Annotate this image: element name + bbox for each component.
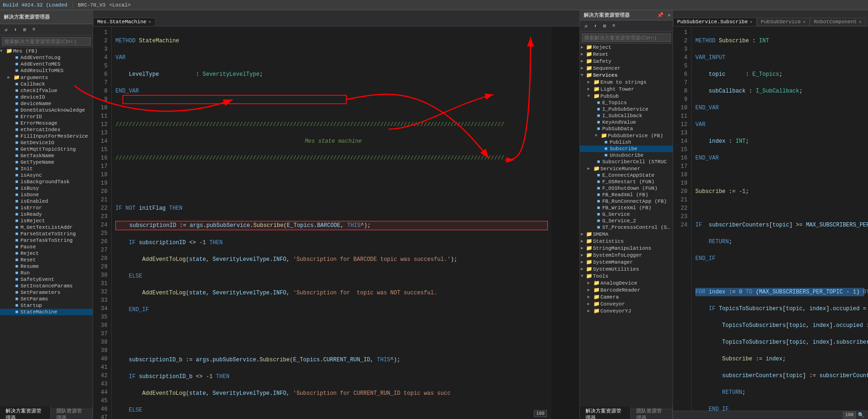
list-item[interactable]: ■AddEventToMES	[0, 61, 93, 67]
list-item[interactable]: ■isEnabled	[0, 198, 93, 205]
tab-pubsubservice[interactable]: PubSubService ✕	[757, 18, 810, 26]
tree-item-light-tower[interactable]: ▶📁Light Tower	[580, 86, 673, 93]
list-item[interactable]: ■ParseTaskToString	[0, 237, 93, 244]
list-item[interactable]: ▶📁Reset	[580, 51, 673, 58]
list-item[interactable]: ▶📁SystemManager	[580, 259, 673, 266]
tree-item-pubsubservice[interactable]: ▼📁PubSubService (FB)	[580, 132, 673, 139]
tree-root[interactable]: ▼ 📁 Mes (FB)	[0, 47, 93, 54]
list-item[interactable]: ▶📁Safety	[580, 58, 673, 65]
list-item[interactable]: ▶📁Reject	[580, 44, 673, 51]
list-item[interactable]: ■F_OSRestart (FUN)	[580, 179, 673, 185]
mid-toolbar-btn-3[interactable]: ⊞	[600, 22, 609, 30]
list-item[interactable]: ■GetTaskName	[0, 153, 93, 159]
left-search-input[interactable]	[2, 37, 91, 46]
list-item[interactable]: ■Run	[0, 270, 93, 276]
list-item[interactable]: ■E_ConnectAppState	[580, 172, 673, 179]
list-item[interactable]: ■I_PubSubService	[580, 106, 673, 113]
list-item[interactable]: ■PubSubData	[580, 126, 673, 132]
list-item[interactable]: ■ParseStateToString	[0, 231, 93, 237]
close-icon[interactable]: ✕	[750, 19, 753, 25]
list-item[interactable]: ■KeyAndValue	[580, 119, 673, 126]
list-item[interactable]: ▶📁BarcodeReader	[580, 286, 673, 293]
tree-item-statistics[interactable]: ▶📁Statistics	[580, 238, 673, 245]
list-item[interactable]: ■isBusy	[0, 185, 93, 192]
solution-tab[interactable]: 解决方案资源管理器	[0, 406, 51, 419]
middle-team-tab[interactable]: 团队资源管理器	[631, 406, 673, 419]
list-item[interactable]: ■isReject	[0, 218, 93, 224]
list-item[interactable]: ■Resume	[0, 263, 93, 270]
list-item[interactable]: ■I_SubCallback	[580, 113, 673, 119]
tree-item-statemachine[interactable]: ■StateMachine	[0, 309, 93, 315]
tree-item-tools[interactable]: ▼📁Tools	[580, 273, 673, 279]
tree-item-unsubscribe[interactable]: ■Unsubscribe	[580, 152, 673, 159]
list-item[interactable]: ■Startup	[0, 302, 93, 309]
list-item[interactable]: ■FillInputForMesService	[0, 133, 93, 140]
close-icon[interactable]: ✕	[803, 19, 806, 25]
list-item[interactable]: ■ST_ProcesssControl (STRU	[580, 224, 673, 231]
list-item[interactable]: ▶📁ConveyorYJ	[580, 307, 673, 314]
list-item[interactable]: ■GetDeviceIO	[0, 140, 93, 146]
list-item[interactable]: ▶📁StringManipulations	[580, 245, 673, 252]
team-tab[interactable]: 团队资源管理器	[51, 406, 93, 419]
middle-solution-tab[interactable]: 解决方案资源管理器	[580, 406, 631, 419]
list-item[interactable]: ■SubscriberCell (STRUC	[580, 159, 673, 165]
close-icon[interactable]: ✕	[859, 19, 861, 25]
tree-item-publish[interactable]: ■Publish	[580, 139, 673, 146]
list-item[interactable]: ▶📁AnalogDevice	[580, 279, 673, 286]
list-item[interactable]: ■AddResultToMES	[0, 67, 93, 74]
list-item[interactable]: ■ErrorMessage	[0, 120, 93, 126]
main-editor-content[interactable]: 12345 678910 1112131415 1617181920 21222…	[93, 27, 579, 419]
mid-toolbar-btn-2[interactable]: ⬆	[591, 22, 599, 30]
list-item[interactable]: ■SetInstanceParams	[0, 283, 93, 289]
right-search-icon[interactable]: 🔍	[858, 412, 864, 418]
tree-item-subscribe[interactable]: ■Subscribe	[580, 146, 673, 152]
middle-search-input[interactable]	[582, 33, 671, 42]
toolbar-btn-3[interactable]: ⊞	[20, 26, 29, 34]
right-zoom[interactable]: 100	[843, 412, 856, 419]
list-item[interactable]: ■G_Service_2	[580, 218, 673, 224]
list-item[interactable]: ■Reject	[0, 250, 93, 257]
right-editor-content[interactable]: 12345 678910 1112131415 1617181920 21222…	[673, 27, 868, 411]
list-item[interactable]: ■F_OSShutdown (FUN)	[580, 185, 673, 192]
list-item[interactable]: ■FB_ReadXml (FB)	[580, 192, 673, 198]
list-item[interactable]: ▶📁ServiceRunner	[580, 165, 673, 172]
list-item[interactable]: ■ErrorID	[0, 113, 93, 120]
list-item[interactable]: ▶📁SystemInfoLogger	[580, 252, 673, 259]
list-item[interactable]: ■isDone	[0, 192, 93, 198]
main-editor-tab-statemachine[interactable]: Mes.StateMachine ✕	[93, 18, 155, 26]
list-item[interactable]: ▶📁SystemUtilities	[580, 266, 673, 273]
middle-search-bar[interactable]	[580, 32, 673, 44]
tree-item-pubsub[interactable]: ▼📁PubSub	[580, 93, 673, 100]
middle-pin-btn[interactable]: 📌	[655, 12, 666, 18]
list-item[interactable]: ■E_Topics	[580, 100, 673, 106]
list-item[interactable]: ■G_Service	[580, 211, 673, 218]
list-item[interactable]: ■FB_WriteXml (FB)	[580, 205, 673, 211]
tab-pubsubservice-subscribe[interactable]: PubSubService.Subscribe ✕	[673, 18, 757, 26]
mid-toolbar-btn-1[interactable]: ↺	[582, 22, 590, 30]
middle-close-btn[interactable]: ✕	[666, 12, 673, 18]
toolbar-btn-2[interactable]: ⬆	[11, 26, 20, 34]
list-item[interactable]: ▶📁arguments	[0, 74, 93, 81]
right-code-text[interactable]: METHOD Subscribe : INT VAR_INPUT topic :…	[692, 27, 868, 411]
list-item[interactable]: ▶📁Enum to strings	[580, 79, 673, 86]
list-item[interactable]: ■Init	[0, 166, 93, 172]
list-item[interactable]: ■SetParameters	[0, 289, 93, 296]
list-item[interactable]: ■AddEventToLog	[0, 54, 93, 61]
list-item[interactable]: ▶📁Sequencer	[580, 65, 673, 72]
left-search-bar[interactable]	[0, 35, 93, 47]
editor-zoom[interactable]: 100	[534, 410, 547, 417]
tab-robotcomponent[interactable]: RobotComponent ✕	[810, 18, 866, 26]
list-item[interactable]: ■deviceID	[0, 94, 93, 100]
list-item[interactable]: ■SetParams	[0, 296, 93, 302]
list-item[interactable]: ■GetMqttTopicString	[0, 146, 93, 153]
tree-item-services[interactable]: ▼📁Services	[580, 72, 673, 79]
list-item[interactable]: ■deviceName	[0, 100, 93, 107]
list-item[interactable]: ■Reset	[0, 257, 93, 263]
toolbar-btn-1[interactable]: ↺	[2, 26, 10, 34]
tree-item-callback[interactable]: ■Callback	[0, 81, 93, 87]
list-item[interactable]: ■isError	[0, 205, 93, 211]
list-item[interactable]: ▶📁SMEMA	[580, 231, 673, 238]
mid-toolbar-btn-4[interactable]: ≡	[610, 22, 618, 30]
list-item[interactable]: ■checkIfValue	[0, 87, 93, 94]
list-item[interactable]: ■isReady	[0, 211, 93, 218]
